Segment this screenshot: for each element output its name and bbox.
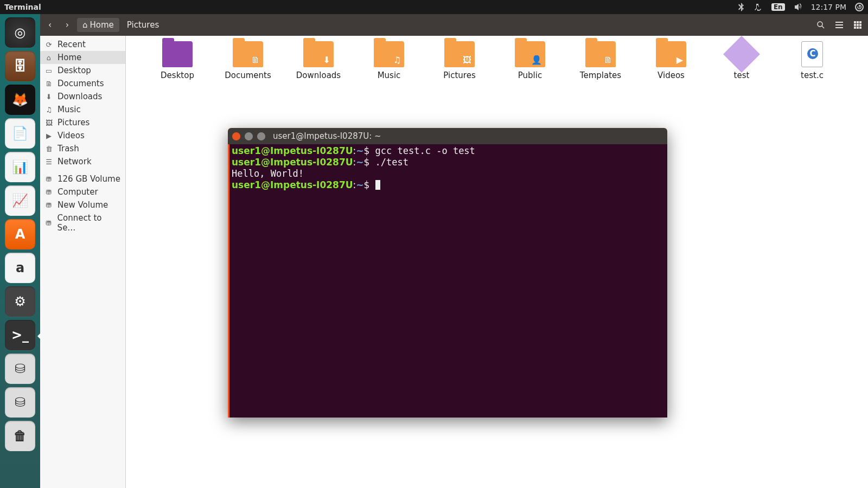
terminal-title-label: user1@Impetus-I0287U: ~: [273, 131, 381, 141]
terminal-cursor: [375, 180, 380, 190]
sidebar-item-music[interactable]: ♫Music: [40, 103, 125, 116]
folder-icon: 🖼: [444, 41, 475, 67]
breadcrumb-home-label: Home: [90, 20, 114, 30]
sidebar-item-documents[interactable]: 🗎Documents: [40, 77, 125, 90]
place-label: Pictures: [58, 118, 90, 127]
trash-icon[interactable]: 🗑: [5, 421, 35, 451]
sidebar-item-network[interactable]: ☰Network: [40, 155, 125, 168]
impress-icon[interactable]: 📈: [5, 185, 35, 216]
clock-label[interactable]: 12:17 PM: [807, 3, 851, 11]
grid-item-label: test.c: [777, 70, 847, 80]
breadcrumb-home[interactable]: ⌂ Home: [77, 18, 119, 32]
place-label: Network: [58, 157, 92, 166]
place-label: Connect to Se…: [58, 213, 121, 233]
power-icon[interactable]: [851, 3, 868, 11]
files-icon[interactable]: 🗄: [5, 51, 35, 81]
grid-item-test-c[interactable]: test.c: [777, 41, 847, 80]
drive1-icon[interactable]: ⛁: [5, 354, 35, 384]
bluetooth-icon[interactable]: [732, 3, 750, 11]
place-label: Computer: [58, 187, 98, 197]
place-icon: ⛃: [44, 201, 53, 209]
sidebar-item-connect-to-se-[interactable]: ⛃Connect to Se…: [40, 211, 125, 234]
grid-item-label: Desktop: [142, 70, 213, 80]
sidebar-item-videos[interactable]: ▶Videos: [40, 129, 125, 142]
grid-item-desktop[interactable]: Desktop: [142, 41, 213, 80]
svg-line-1: [822, 26, 824, 28]
folder-icon: 👤: [515, 41, 545, 67]
firefox-icon[interactable]: 🦊: [5, 85, 35, 115]
network-icon[interactable]: [750, 3, 767, 11]
place-icon: ⌂: [44, 54, 53, 62]
grid-item-label: Pictures: [424, 70, 495, 80]
grid-item-label: Public: [495, 70, 565, 80]
breadcrumb-pictures-label: Pictures: [127, 20, 159, 30]
grid-item-pictures[interactable]: 🖼Pictures: [424, 41, 495, 80]
file-manager-header: ‹ › ⌂ Home Pictures: [40, 14, 868, 36]
amazon-icon[interactable]: a: [5, 253, 35, 283]
window-close-button[interactable]: [232, 132, 240, 140]
grid-item-music[interactable]: ♫Music: [354, 41, 424, 80]
terminal-window[interactable]: user1@Impetus-I0287U: ~ user1@Impetus-I0…: [228, 128, 667, 418]
dash-icon[interactable]: ◎: [5, 17, 35, 48]
volume-icon[interactable]: [789, 3, 807, 11]
list-view-button[interactable]: [831, 17, 847, 33]
grid-item-documents[interactable]: 🗎Documents: [213, 41, 283, 80]
folder-icon: [162, 41, 193, 67]
place-label: Videos: [58, 131, 85, 140]
writer-icon[interactable]: 📄: [5, 118, 35, 149]
window-maximize-button[interactable]: [257, 132, 265, 140]
place-icon: ☰: [44, 158, 53, 166]
place-label: Downloads: [58, 92, 102, 101]
drive2-icon[interactable]: ⛁: [5, 387, 35, 418]
place-icon: 🗑: [44, 145, 53, 153]
settings-icon[interactable]: ⚙: [5, 286, 35, 317]
place-label: Documents: [58, 79, 104, 88]
sidebar-item-trash[interactable]: 🗑Trash: [40, 142, 125, 155]
place-label: Trash: [58, 144, 79, 153]
place-icon: ⬇: [44, 93, 53, 101]
terminal-icon[interactable]: >_: [5, 320, 35, 350]
places-sidebar: ⟳Recent⌂Home▭Desktop🗎Documents⬇Downloads…: [40, 36, 126, 488]
place-icon: ⛃: [44, 219, 53, 227]
sidebar-item-recent[interactable]: ⟳Recent: [40, 38, 125, 51]
place-icon: ♫: [44, 106, 53, 114]
folder-icon: 🗎: [233, 41, 263, 67]
place-icon: ▶: [44, 132, 53, 140]
place-icon: ▭: [44, 67, 53, 75]
sidebar-item-126-gb-volume[interactable]: ⛃126 GB Volume: [40, 172, 125, 185]
calc-icon[interactable]: 📊: [5, 152, 35, 182]
place-label: Music: [58, 105, 81, 114]
grid-item-label: Documents: [213, 70, 283, 80]
place-icon: ⟳: [44, 41, 53, 49]
sidebar-item-desktop[interactable]: ▭Desktop: [40, 64, 125, 77]
unity-launcher: ◎🗄🦊📄📊📈Aa⚙>_⛁⛁🗑: [0, 14, 40, 488]
grid-item-public[interactable]: 👤Public: [495, 41, 565, 80]
grid-item-downloads[interactable]: ⬇Downloads: [283, 41, 354, 80]
terminal-body[interactable]: user1@Impetus-I0287U:~$ gcc test.c -o te…: [228, 144, 667, 418]
breadcrumb-pictures[interactable]: Pictures: [122, 18, 164, 32]
place-label: Desktop: [58, 66, 91, 75]
search-button[interactable]: [813, 17, 829, 33]
sidebar-item-pictures[interactable]: 🖼Pictures: [40, 116, 125, 129]
sidebar-item-downloads[interactable]: ⬇Downloads: [40, 90, 125, 103]
sidebar-item-new-volume[interactable]: ⛃New Volume: [40, 198, 125, 211]
grid-item-templates[interactable]: 🗎Templates: [565, 41, 636, 80]
grid-item-test[interactable]: test: [706, 41, 777, 80]
grid-item-label: Downloads: [283, 70, 354, 80]
place-label: New Volume: [58, 200, 108, 210]
nav-back-button[interactable]: ‹: [42, 17, 58, 33]
window-minimize-button[interactable]: [245, 132, 253, 140]
software-icon[interactable]: A: [5, 219, 35, 249]
executable-icon: [723, 36, 760, 73]
sidebar-item-computer[interactable]: ⛃Computer: [40, 185, 125, 198]
grid-item-videos[interactable]: ▶Videos: [636, 41, 706, 80]
active-app-label: Terminal: [0, 3, 41, 11]
sidebar-item-home[interactable]: ⌂Home: [40, 51, 125, 64]
language-indicator[interactable]: En: [767, 3, 789, 11]
grid-view-button[interactable]: [850, 17, 866, 33]
terminal-titlebar[interactable]: user1@Impetus-I0287U: ~: [228, 128, 667, 144]
nav-forward-button[interactable]: ›: [60, 17, 75, 33]
grid-item-label: Videos: [636, 70, 706, 80]
place-label: 126 GB Volume: [58, 174, 120, 184]
folder-icon: 🗎: [585, 41, 616, 67]
